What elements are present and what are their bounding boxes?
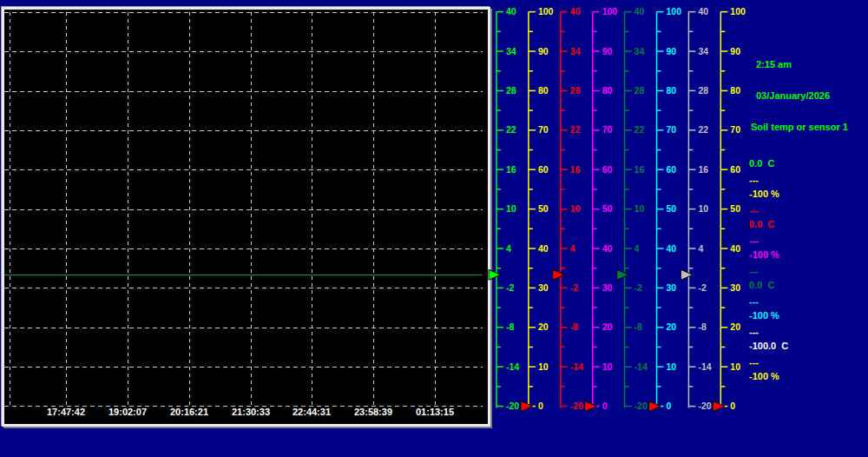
time-axis: 17:47:4219:02:0720:16:2121:30:3322:44:31…	[4, 407, 483, 419]
percent-scale-2-axis: 1009080706050403020100	[585, 6, 618, 412]
tick-label: 34	[635, 46, 645, 56]
tick-label: 30	[730, 282, 740, 293]
tick-label: 70	[538, 124, 549, 135]
grid-line-vertical	[10, 12, 10, 407]
tick-label: 90	[538, 46, 549, 56]
tick-label: 20	[538, 321, 549, 332]
grid-line-horizontal	[4, 367, 483, 368]
tick-label: 10	[635, 203, 645, 214]
tick-label: 100	[538, 6, 554, 17]
tick-label: 80	[538, 85, 549, 96]
tick-label: 22	[635, 124, 645, 135]
tick-label: 50	[538, 203, 549, 214]
tick-label: -2	[698, 282, 706, 293]
tick-label: -2	[570, 282, 578, 293]
readout-channel-value: -100 %	[749, 187, 867, 201]
temp-scale-3-axis: 4034282216104-2-8-14-20	[617, 6, 648, 411]
tick-label: 16	[635, 164, 645, 175]
tick-label: 80	[602, 85, 613, 96]
tick-label: 4	[635, 243, 640, 254]
grid-line-horizontal	[4, 406, 483, 407]
x-axis-time-label: 17:47:42	[47, 407, 85, 417]
temp-scale-2-marker-arrow-icon	[553, 269, 565, 280]
tick-label: 4	[570, 243, 575, 254]
temp-scale-1-marker-arrow-icon	[489, 269, 501, 280]
readout-channel-value: -100 %	[749, 308, 867, 322]
readout-channel-value: 0.0 C	[749, 156, 867, 170]
percent-scale-2-marker-arrow-icon	[585, 401, 597, 412]
tick-label: 28	[698, 85, 708, 96]
tick-label: 60	[730, 164, 740, 175]
tick-label: 40	[635, 6, 645, 17]
tick-label: 20	[602, 321, 613, 332]
tick-label: -20	[506, 401, 519, 411]
grid-line-vertical	[189, 12, 190, 407]
percent-scale-4-marker-arrow-icon	[713, 401, 725, 412]
tick-label: 16	[506, 164, 516, 175]
grid-line-horizontal	[4, 51, 483, 52]
tick-label: 100	[730, 6, 746, 17]
grid-line-horizontal	[4, 12, 483, 13]
tick-label: -2	[635, 282, 642, 293]
tick-label: -14	[570, 361, 583, 372]
tick-label: 70	[602, 124, 613, 135]
tick-label: 28	[506, 85, 516, 96]
tick-label: 90	[667, 46, 677, 56]
x-axis-time-label: 19:02:07	[108, 407, 147, 417]
tick-label: 40	[667, 243, 677, 254]
app-background: { "window": { "background": "#000089" },…	[0, 0, 868, 457]
readout-channel-value: 0.0 C	[749, 278, 867, 292]
readout-channel-value: -100.0 C	[749, 339, 867, 353]
grid-line-horizontal	[4, 328, 483, 328]
tick-label: -20	[698, 401, 711, 411]
tick-label: 20	[730, 321, 740, 332]
readout-channel-dashes: ---	[749, 264, 867, 278]
readout-date: 03/January/2026	[749, 90, 867, 101]
x-axis-time-label: 20:16:21	[170, 407, 208, 417]
grid-line-horizontal	[4, 248, 483, 249]
tick-label: -8	[635, 321, 642, 332]
readout-channel-dashes: ---	[749, 325, 867, 339]
readout-channel-dashes: ---	[749, 295, 867, 308]
tick-label: 34	[698, 46, 708, 56]
tick-label: 10	[698, 203, 708, 214]
tick-label: 20	[667, 321, 677, 332]
tick-label: -14	[506, 361, 519, 372]
percent-scale-1-marker-arrow-icon	[521, 401, 533, 412]
temp-scale-3-marker-arrow-icon	[617, 269, 629, 280]
tick-label: -20	[570, 401, 583, 411]
readout-channel-value: 0.0 C	[749, 217, 867, 231]
tick-label: 22	[570, 124, 581, 135]
tick-label: 40	[506, 6, 516, 17]
x-axis-time-label: 22:44:31	[293, 407, 331, 417]
tick-label: 0	[602, 401, 608, 411]
tick-label: 34	[570, 46, 581, 56]
tick-label: 0	[730, 401, 735, 411]
grid-line-vertical	[435, 12, 436, 407]
tick-label: 50	[667, 203, 677, 214]
tick-label: 40	[570, 6, 581, 17]
tick-label: 40	[698, 6, 708, 17]
tick-label: 70	[667, 124, 677, 135]
plot-area: 17:47:4219:02:0720:16:2121:30:3322:44:31…	[4, 10, 483, 419]
tick-label: 22	[698, 124, 708, 135]
tick-label: -2	[506, 282, 514, 293]
tick-label: 10	[730, 361, 740, 372]
tick-label: 90	[602, 46, 613, 56]
temp-scale-1-axis: 4034282216104-2-8-14-20	[489, 6, 519, 411]
tick-label: 40	[538, 243, 549, 254]
percent-scale-1-axis: 1009080706050403020100	[521, 6, 554, 412]
tick-label: -8	[506, 321, 514, 332]
tick-label: -14	[698, 361, 711, 372]
tick-label: 10	[506, 203, 516, 214]
temp-scale-2-axis: 4034282216104-2-8-14-20	[553, 6, 583, 411]
tick-label: 80	[730, 85, 740, 96]
tick-label: 34	[506, 46, 516, 56]
tick-label: 40	[730, 243, 740, 254]
tick-label: -14	[635, 361, 648, 372]
readout-channel-value: -100 %	[749, 248, 867, 262]
grid-line-vertical	[373, 12, 374, 407]
readout-channel-dashes: ---	[749, 355, 867, 369]
tick-label: 60	[602, 164, 613, 175]
grid-line-vertical	[312, 12, 312, 407]
